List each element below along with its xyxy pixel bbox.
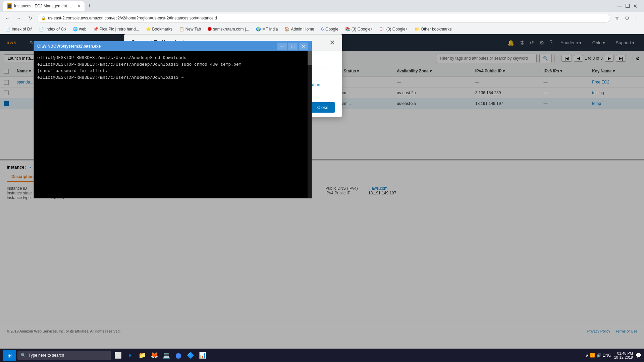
bookmark-samskrutam-icon: 🅢 [208, 27, 212, 32]
bookmark-icon-d: 📄 [5, 27, 10, 32]
bookmark-study-material[interactable]: 📚 (3) Google+ [342, 26, 376, 32]
excel-button[interactable]: 📊 [197, 350, 208, 361]
browser-nav-icons-right: ☆ ⬡ ⋮ [612, 14, 641, 22]
excel-icon: 📊 [199, 352, 206, 359]
bookmark-google-plus[interactable]: G+ (3) Google+ [377, 26, 411, 32]
terminal-scrollbar-thumb[interactable] [308, 51, 312, 65]
browser-title-bar: ⬛ Instances | EC2 Management Co... ✕ + —… [0, 0, 644, 12]
bookmark-other[interactable]: 📁 Other bookmarks [412, 26, 454, 32]
terminal-window: C:\WINDOWS\system32\bash.exe — □ ✕ ellio… [34, 41, 312, 198]
terminal-icon: 💻 [163, 352, 170, 359]
new-tab-button[interactable]: + [85, 1, 95, 11]
terminal-controls: — □ ✕ [277, 43, 308, 50]
start-button[interactable]: ⊞ [3, 350, 16, 361]
file-explorer-button[interactable]: 📁 [137, 350, 148, 361]
taskview-icon: ⬜ [114, 352, 122, 359]
bookmark-samskrutam[interactable]: 🅢 samskrutam.com |... [205, 26, 252, 32]
refresh-button[interactable]: ↻ [25, 13, 35, 23]
bookmark-star-icon[interactable]: ☆ [612, 14, 621, 22]
network-icon[interactable]: 📶 [590, 353, 595, 358]
address-bar[interactable]: 🔒 us-east-2.console.aws.amazon.com/ec2/v… [37, 14, 610, 22]
bookmark-icon-c: 📄 [39, 27, 44, 32]
tab-title: Instances | EC2 Management Co... [14, 4, 74, 8]
terminal-title-text: C:\WINDOWS\system32\bash.exe [37, 44, 277, 49]
taskbar: ⊞ 🔍 Type here to search ⬜ e 📁 🦊 💻 ⬤ 🔷 📊 … [0, 349, 644, 362]
bookmark-admin-home[interactable]: 🏠 Admin Home [282, 26, 317, 32]
close-browser-btn[interactable]: ✕ [633, 3, 637, 9]
terminal-line-4: elliot@DESKTOP-RN83DE3:/mnt/c/Users/Anud… [37, 74, 308, 81]
lock-icon: 🔒 [41, 16, 46, 20]
bookmark-index-d[interactable]: 📄 Index of D:\ [3, 26, 35, 32]
bookmark-newtab[interactable]: 📋 New Tab [176, 26, 204, 32]
back-button[interactable]: ← [3, 13, 12, 23]
firefox-button[interactable]: 🦊 [149, 350, 160, 361]
tab-favicon: ⬛ [7, 3, 12, 9]
bookmark-index-c[interactable]: 📄 Index of C:\ [36, 26, 68, 32]
tab-close-btn[interactable]: ✕ [77, 4, 80, 8]
bookmark-google-icon: G [321, 27, 324, 32]
language-indicator[interactable]: ENG [603, 353, 611, 358]
taskbar-clock[interactable]: 01:48 PM 10-12-2019 [614, 351, 633, 359]
dialog-close-button[interactable]: Close [311, 102, 335, 113]
bookmark-picapic-icon: 📌 [93, 27, 98, 32]
terminal-minimize-button[interactable]: — [277, 43, 287, 50]
bookmark-newtab-icon: 📋 [179, 27, 184, 32]
bookmarks-bar: 📄 Index of D:\ 📄 Index of C:\ 🌐 web 📌 Pi… [0, 24, 644, 34]
edge-icon: e [129, 352, 132, 358]
maximize-browser-btn[interactable]: ⧠ [625, 3, 630, 9]
bookmark-bookmarks-icon: ⭐ [146, 27, 151, 32]
terminal-taskbar-button[interactable]: 💻 [161, 350, 172, 361]
taskbar-search-box[interactable]: 🔍 Type here to search [17, 351, 111, 360]
windows-icon: ⊞ [7, 352, 12, 359]
chrome-taskbar-button[interactable]: ⬤ [173, 350, 184, 361]
vscode-button[interactable]: 🔷 [185, 350, 196, 361]
terminal-line-2: elliot@DESKTOP-RN83DE3:/mnt/c/Users/Anud… [37, 61, 308, 68]
terminal-body[interactable]: elliot@DESKTOP-RN83DE3:/mnt/c/Users/Anud… [34, 51, 312, 198]
bookmark-mt-india[interactable]: 🌍 MT India [253, 26, 280, 32]
chrome-icon: ⬤ [175, 352, 181, 359]
system-tray-chevron[interactable]: ∧ [586, 353, 589, 358]
terminal-maximize-button[interactable]: □ [288, 43, 298, 50]
forward-button[interactable]: → [14, 13, 23, 23]
volume-icon[interactable]: 🔊 [596, 353, 601, 358]
bookmark-other-icon: 📁 [415, 27, 420, 32]
terminal-line-3: [sudo] password for elliot: [37, 68, 308, 74]
bookmark-study-material-icon: 📚 [345, 27, 350, 32]
taskbar-date-display: 10-12-2019 [614, 355, 633, 359]
bookmark-picapic[interactable]: 📌 Pica Pic | retro hand... [91, 26, 142, 32]
terminal-close-button[interactable]: ✕ [299, 43, 308, 50]
minimize-browser-btn[interactable]: — [617, 3, 622, 9]
firefox-icon: 🦊 [151, 352, 158, 359]
taskbar-right-section: ∧ 📶 🔊 ENG 01:48 PM 10-12-2019 💬 [586, 351, 641, 359]
bookmark-web[interactable]: 🌐 web [70, 26, 89, 32]
terminal-line-1: elliot@DESKTOP-RN83DE3:/mnt/c/Users/Anud… [37, 55, 308, 61]
search-input-placeholder: Type here to search [29, 353, 64, 358]
terminal-titlebar: C:\WINDOWS\system32\bash.exe — □ ✕ [34, 41, 312, 51]
settings-icon[interactable]: ⋮ [633, 14, 641, 22]
folder-icon: 📁 [139, 352, 146, 359]
aws-page: aws Services ▾ Resource Groups ▾ 🔔 ⚗ ↺ ⚙… [0, 34, 644, 349]
bookmark-web-icon: 🌐 [73, 27, 78, 32]
bookmark-bookmarks[interactable]: ⭐ Bookmarks [143, 26, 175, 32]
search-magnifier-icon: 🔍 [21, 353, 26, 358]
notification-button[interactable]: 💬 [636, 353, 641, 358]
edge-browser-button[interactable]: e [125, 350, 136, 361]
system-tray-icons: ∧ 📶 🔊 ENG [586, 353, 611, 358]
active-tab[interactable]: ⬛ Instances | EC2 Management Co... ✕ [3, 1, 85, 11]
browser-chrome: ⬛ Instances | EC2 Management Co... ✕ + —… [0, 0, 644, 24]
address-text: us-east-2.console.aws.amazon.com/ec2/v2/… [48, 16, 217, 20]
vscode-icon: 🔷 [187, 352, 194, 359]
terminal-scrollbar[interactable] [308, 51, 312, 198]
browser-nav-bar: ← → ↻ 🔒 us-east-2.console.aws.amazon.com… [0, 12, 644, 24]
bookmark-mt-india-icon: 🌍 [256, 27, 261, 32]
cast-icon[interactable]: ⬡ [623, 14, 631, 22]
dialog-close-x-button[interactable]: ✕ [329, 39, 335, 47]
bookmark-admin-home-icon: 🏠 [284, 27, 289, 32]
bookmark-google[interactable]: G Google [318, 26, 341, 32]
bookmark-google-plus-icon: G+ [380, 27, 385, 32]
taskbar-time-display: 01:48 PM [614, 351, 633, 355]
taskview-button[interactable]: ⬜ [113, 350, 123, 361]
